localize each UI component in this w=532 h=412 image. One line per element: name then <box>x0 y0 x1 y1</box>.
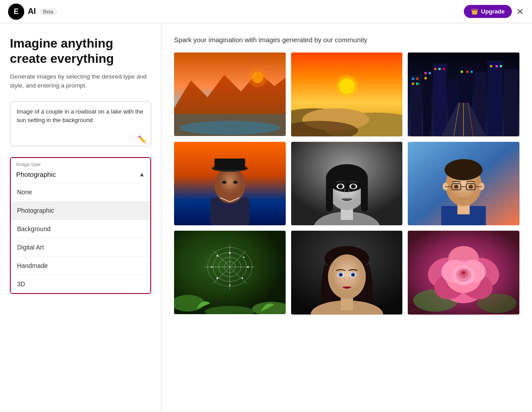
svg-point-76 <box>469 184 473 188</box>
close-button[interactable]: ✕ <box>516 7 524 16</box>
option-handmade[interactable]: Handmade <box>11 256 150 275</box>
option-digital-art[interactable]: Digital Art <box>11 238 150 256</box>
close-icon: ✕ <box>516 7 524 17</box>
gallery-image-young-man[interactable] <box>408 142 519 226</box>
svg-point-59 <box>339 185 341 187</box>
svg-point-94 <box>243 256 244 258</box>
svg-rect-33 <box>467 70 469 73</box>
main-content: Imagine anythingcreate everything Genera… <box>0 23 532 412</box>
chevron-up-icon: ▲ <box>139 171 145 178</box>
upgrade-button[interactable]: 👑 Upgrade <box>464 5 512 18</box>
prompt-input[interactable]: Image of a couple in a rowboat on a lake… <box>10 101 151 146</box>
svg-rect-29 <box>434 68 436 70</box>
header-right: 👑 Upgrade ✕ <box>464 5 524 18</box>
gallery-image-spiderweb[interactable] <box>174 231 286 314</box>
svg-point-108 <box>340 274 342 276</box>
crown-icon: 👑 <box>471 8 478 15</box>
svg-rect-22 <box>412 78 414 80</box>
svg-point-105 <box>328 254 366 299</box>
beta-badge: Beta <box>39 8 57 15</box>
svg-point-49 <box>233 180 238 184</box>
gallery-image-dark-woman[interactable] <box>291 231 403 315</box>
option-photographic[interactable]: Photographic <box>11 201 150 219</box>
svg-rect-15 <box>423 69 432 136</box>
option-background[interactable]: Background <box>11 219 150 238</box>
edit-icon[interactable]: ✏️ <box>138 135 147 144</box>
svg-point-97 <box>216 277 218 279</box>
image-grid <box>174 53 519 315</box>
svg-rect-3 <box>174 114 286 136</box>
svg-point-95 <box>247 266 249 268</box>
svg-rect-23 <box>416 78 419 80</box>
svg-point-67 <box>445 159 483 180</box>
svg-point-96 <box>242 277 243 279</box>
gallery-image-city-night[interactable] <box>408 53 519 136</box>
logo-icon: E <box>8 4 24 20</box>
option-none[interactable]: None <box>11 183 150 201</box>
gallery-image-rose[interactable] <box>408 231 519 315</box>
svg-rect-21 <box>504 69 518 136</box>
svg-point-75 <box>454 184 459 188</box>
svg-rect-37 <box>500 65 502 67</box>
gallery-image-old-man[interactable] <box>174 142 286 225</box>
svg-rect-32 <box>461 70 463 73</box>
svg-rect-20 <box>488 61 503 136</box>
prompt-wrapper: Image of a couple in a rowboat on a lake… <box>10 101 151 148</box>
dropdown-options-list: None Photographic Background Digital Art… <box>11 183 150 293</box>
svg-rect-24 <box>412 83 414 85</box>
sidebar: Imagine anythingcreate everything Genera… <box>0 23 161 412</box>
svg-rect-35 <box>490 65 493 67</box>
image-type-dropdown[interactable]: Image type Photographic ▲ None Photograp… <box>10 157 151 294</box>
option-3d[interactable]: 3D <box>11 275 150 293</box>
svg-point-48 <box>222 180 227 184</box>
dropdown-selected-value: Photographic <box>16 171 56 178</box>
svg-rect-27 <box>429 72 431 75</box>
svg-point-45 <box>214 167 245 203</box>
svg-rect-16 <box>433 64 447 136</box>
svg-rect-25 <box>416 83 419 85</box>
ai-label: AI <box>28 7 36 16</box>
app-header: E AI Beta 👑 Upgrade ✕ <box>0 0 532 23</box>
svg-rect-34 <box>471 70 473 73</box>
header-left: E AI Beta <box>8 4 57 20</box>
gallery-image-desert-sunset[interactable] <box>291 53 403 136</box>
svg-rect-56 <box>361 178 368 211</box>
svg-rect-55 <box>326 178 333 211</box>
svg-point-128 <box>462 271 465 274</box>
dropdown-label: Image type <box>11 158 150 168</box>
svg-point-5 <box>248 68 268 88</box>
svg-rect-30 <box>439 68 441 70</box>
svg-point-62 <box>352 185 354 187</box>
svg-rect-28 <box>425 77 427 79</box>
svg-rect-36 <box>496 65 498 67</box>
svg-rect-31 <box>443 68 445 70</box>
svg-rect-47 <box>214 158 245 170</box>
svg-point-8 <box>336 75 358 97</box>
svg-point-99 <box>216 255 218 257</box>
dropdown-header[interactable]: Photographic ▲ <box>11 168 150 183</box>
svg-point-100 <box>229 285 231 286</box>
svg-point-111 <box>352 274 354 276</box>
sidebar-title: Imagine anythingcreate everything <box>10 36 151 66</box>
upgrade-label: Upgrade <box>481 8 505 15</box>
gallery-section: Spark your imagination with images gener… <box>161 23 532 412</box>
sidebar-description: Generate images by selecting the desired… <box>10 72 151 91</box>
svg-point-98 <box>211 266 212 267</box>
gallery-title: Spark your imagination with images gener… <box>174 36 519 44</box>
gallery-image-bw-woman[interactable] <box>291 142 403 226</box>
svg-point-93 <box>229 252 231 254</box>
svg-rect-26 <box>425 72 427 75</box>
gallery-image-landscape-sunset[interactable] <box>174 53 286 136</box>
